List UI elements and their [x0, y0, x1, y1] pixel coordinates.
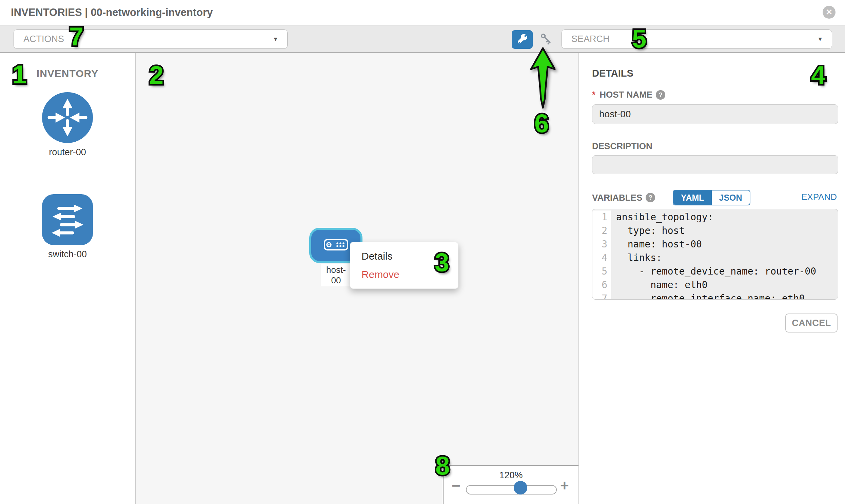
line-code: links:: [611, 251, 662, 265]
line-code: ansible_topology:: [611, 211, 714, 224]
editor-line: 7 remote_interface_name: eth0: [592, 292, 838, 300]
node-context-menu: Details Remove: [350, 242, 458, 289]
wrench-icon: [516, 33, 528, 46]
close-icon: ✕: [826, 7, 832, 17]
editor-line: 1 ansible_topology:: [592, 211, 838, 224]
expand-link[interactable]: EXPAND: [801, 192, 837, 202]
palette-item-switch[interactable]: switch-00: [0, 194, 135, 259]
line-code: remote_interface_name: eth0: [611, 292, 805, 300]
details-panel: DETAILS * HOST NAME ? DESCRIPTION VARIAB…: [579, 53, 845, 504]
chevron-down-icon: ▼: [817, 30, 823, 49]
menu-item-details[interactable]: Details: [350, 247, 458, 265]
description-label: DESCRIPTION: [592, 141, 652, 151]
host-name-label: HOST NAME: [599, 89, 652, 100]
help-icon[interactable]: ?: [646, 193, 655, 202]
host-name-input[interactable]: [592, 104, 838, 124]
toolbar: ACTIONS ▼: [0, 25, 845, 53]
actions-dropdown[interactable]: ACTIONS ▼: [14, 30, 287, 49]
zoom-slider-track[interactable]: [466, 485, 557, 494]
details-panel-title: DETAILS: [592, 68, 633, 79]
actions-dropdown-label: ACTIONS: [23, 34, 64, 44]
inventory-topology-app: INVENTORIES | 00-networking-inventory ✕ …: [0, 0, 845, 504]
editor-line: 4 links:: [592, 251, 838, 265]
search-dropdown-label: SEARCH: [571, 34, 610, 44]
host-name-label-row: * HOST NAME ?: [592, 89, 665, 100]
zoom-in-button[interactable]: +: [560, 478, 569, 493]
inventory-palette-sidebar: INVENTORY router-00: [0, 53, 136, 504]
topology-canvas[interactable]: host-00 Details Remove 120% − +: [136, 53, 579, 504]
description-input[interactable]: [592, 155, 838, 174]
line-number: 5: [592, 265, 611, 278]
palette-item-router[interactable]: router-00: [0, 92, 135, 158]
json-toggle[interactable]: JSON: [712, 191, 750, 205]
key-icon: [539, 32, 554, 48]
key-button[interactable]: [538, 31, 555, 48]
palette-item-label: router-00: [0, 147, 135, 158]
editor-line: 5 - remote_device_name: router-00: [592, 265, 838, 278]
editor-line: 3 name: host-00: [592, 238, 838, 251]
chevron-down-icon: ▼: [272, 30, 278, 49]
line-number: 2: [592, 224, 611, 238]
menu-item-remove[interactable]: Remove: [350, 265, 458, 284]
line-code: name: host-00: [611, 238, 702, 251]
host-icon: [324, 239, 348, 252]
line-number: 3: [592, 238, 611, 251]
close-button[interactable]: ✕: [823, 6, 835, 19]
zoom-control-panel: 120% − +: [443, 465, 579, 504]
variables-label-row: VARIABLES ? YAML JSON: [592, 190, 655, 205]
line-number: 6: [592, 278, 611, 292]
search-dropdown[interactable]: SEARCH ▼: [562, 30, 832, 49]
required-asterisk: *: [592, 89, 595, 100]
router-icon: [42, 92, 93, 143]
line-code: type: host: [611, 224, 685, 238]
editor-line: 6 name: eth0: [592, 278, 838, 292]
zoom-level-label: 120%: [443, 470, 579, 481]
header-bar: INVENTORIES | 00-networking-inventory ✕: [0, 0, 845, 25]
variables-format-toggle: YAML JSON: [673, 190, 751, 205]
variables-editor[interactable]: 1 ansible_topology: 2 type: host 3 name:…: [592, 209, 838, 300]
cancel-button[interactable]: CANCEL: [785, 313, 838, 332]
editor-line: 2 type: host: [592, 224, 838, 238]
variables-label: VARIABLES: [592, 193, 642, 203]
page-title: INVENTORIES | 00-networking-inventory: [11, 0, 213, 25]
line-number: 7: [592, 292, 611, 300]
palette-item-label: switch-00: [0, 249, 135, 259]
line-number: 4: [592, 251, 611, 265]
zoom-out-button[interactable]: −: [452, 478, 460, 493]
zoom-slider-thumb[interactable]: [514, 481, 527, 494]
configure-button[interactable]: [512, 30, 533, 49]
line-code: name: eth0: [611, 278, 708, 292]
host-node-label: host-00: [321, 264, 351, 286]
switch-icon: [42, 194, 93, 245]
sidebar-title: INVENTORY: [0, 68, 135, 79]
description-label-row: DESCRIPTION: [592, 141, 652, 151]
help-icon[interactable]: ?: [656, 90, 665, 100]
yaml-toggle[interactable]: YAML: [673, 191, 712, 205]
line-code: - remote_device_name: router-00: [611, 265, 816, 278]
line-number: 1: [592, 211, 611, 224]
